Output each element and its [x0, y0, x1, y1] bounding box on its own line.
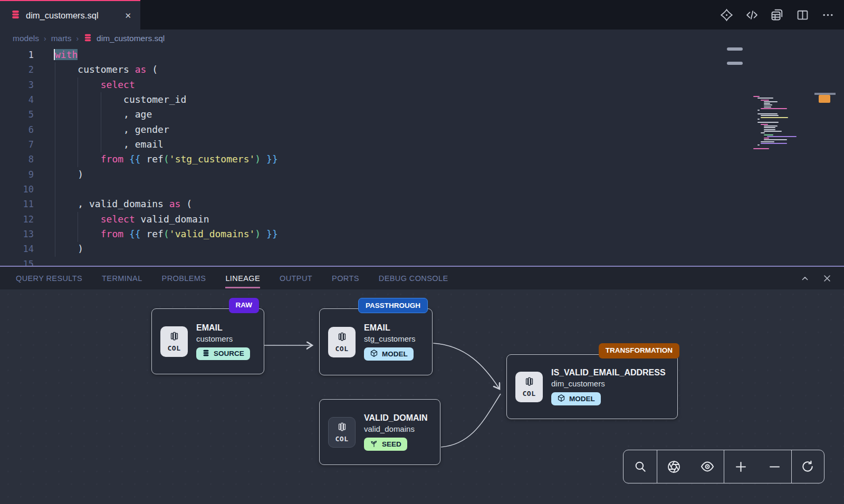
code-line[interactable]: , age — [55, 107, 278, 122]
column-chip: COL — [160, 326, 188, 357]
node-model-name: stg_customers — [364, 334, 416, 343]
breadcrumb: models › marts › dim_customers.sql — [0, 30, 844, 47]
breadcrumb-file[interactable]: dim_customers.sql — [83, 33, 165, 44]
code-line[interactable]: select valid_domain — [55, 212, 278, 227]
breadcrumb-separator: › — [44, 34, 46, 43]
chevron-up-icon[interactable] — [800, 273, 810, 284]
column-chip: COL — [328, 417, 356, 448]
columns-icon — [337, 421, 348, 434]
lineage-node-valid_domains[interactable]: COL VALID_DOMAIN valid_domains SEED — [319, 399, 440, 465]
code-line[interactable]: customers as ( — [55, 62, 278, 77]
editor-actions — [720, 0, 835, 30]
panel-tab-ports[interactable]: PORTS — [332, 267, 359, 289]
node-column-name: EMAIL — [364, 323, 390, 333]
breadcrumb-models[interactable]: models — [13, 34, 39, 43]
code-line[interactable]: customer_id — [55, 92, 278, 107]
editor-tab-bar: dim_customers.sql ✕ — [0, 0, 844, 30]
tab-dim-customers[interactable]: dim_customers.sql ✕ — [0, 0, 140, 30]
node-kind-badge: SEED — [364, 438, 407, 451]
editor-decoration — [727, 47, 743, 51]
panel-tab-debug-console[interactable]: DEBUG CONSOLE — [379, 267, 448, 289]
code-line[interactable]: from {{ ref('stg_customers') }} — [55, 152, 278, 167]
code-line[interactable]: from {{ ref('valid_domains') }} — [55, 227, 278, 241]
seedling-icon — [370, 439, 378, 449]
lineage-node-stg_customers[interactable]: PASSTHROUGH COL EMAIL stg_customers MODE… — [319, 308, 433, 375]
panel-tab-terminal[interactable]: TERMINAL — [102, 267, 142, 289]
dbt-icon[interactable] — [720, 8, 733, 22]
node-column-name: VALID_DOMAIN — [364, 413, 428, 423]
split-editor-icon[interactable] — [795, 8, 809, 22]
lineage-tag-passthrough: PASSTHROUGH — [358, 298, 428, 313]
lineage-node-dim_customers[interactable]: TRANSFORMATION COL IS_VALID_EMAIL_ADDRES… — [506, 354, 678, 419]
code-content[interactable]: with customers as ( select customer_id ,… — [55, 47, 278, 266]
line-numbers: 123456789101112131415 — [0, 47, 34, 266]
code-line[interactable] — [55, 257, 278, 266]
node-kind-badge: SOURCE — [196, 347, 250, 360]
panel-tab-lineage[interactable]: LINEAGE — [225, 267, 260, 289]
breadcrumb-separator: › — [76, 34, 79, 43]
code-line[interactable]: ) — [55, 241, 278, 256]
node-model-name: valid_domains — [364, 424, 415, 433]
ide-window: dim_customers.sql ✕ — [0, 0, 844, 504]
tab-filename: dim_customers.sql — [26, 11, 99, 21]
refresh-icon[interactable] — [796, 455, 819, 478]
panel-tab-query-results[interactable]: QUERY RESULTS — [16, 267, 82, 289]
columns-icon — [337, 331, 348, 344]
code-line[interactable]: , valid_domains as ( — [55, 197, 278, 211]
panel-tab-output[interactable]: OUTPUT — [280, 267, 312, 289]
code-line[interactable]: with — [55, 47, 278, 62]
editor-decoration — [727, 62, 743, 65]
code-line[interactable]: select — [55, 77, 278, 92]
node-column-name: IS_VALID_EMAIL_ADDRESS — [551, 368, 666, 377]
code-editor[interactable]: 123456789101112131415 with customers as … — [0, 47, 844, 266]
scrollbar-marker[interactable] — [819, 95, 830, 103]
cube-icon — [370, 349, 378, 359]
columns-icon — [524, 376, 535, 389]
search-icon[interactable] — [629, 455, 652, 478]
breadcrumb-marts[interactable]: marts — [51, 34, 72, 43]
code-line[interactable] — [55, 182, 278, 197]
node-kind-badge: MODEL — [364, 347, 414, 361]
panel-tabs: QUERY RESULTSTERMINALPROBLEMSLINEAGEOUTP… — [0, 267, 448, 289]
more-actions-icon[interactable] — [821, 8, 835, 22]
lineage-toolbar — [623, 450, 824, 483]
zoom-in-icon[interactable] — [730, 455, 753, 478]
eye-icon[interactable] — [696, 455, 719, 478]
lineage-tag-transformation: TRANSFORMATION — [599, 343, 679, 358]
node-column-name: EMAIL — [196, 323, 223, 333]
column-chip: COL — [515, 372, 543, 402]
close-icon[interactable] — [822, 273, 832, 284]
database-icon — [11, 9, 21, 22]
node-model-name: dim_customers — [551, 379, 605, 388]
code-line[interactable]: , gender — [55, 122, 278, 137]
code-icon[interactable] — [745, 8, 759, 22]
panel-tab-problems[interactable]: PROBLEMS — [162, 267, 206, 289]
database-icon — [83, 33, 92, 44]
code-line[interactable]: , email — [55, 137, 278, 152]
minimap[interactable] — [753, 96, 808, 150]
node-model-name: customers — [196, 334, 233, 343]
lineage-canvas[interactable]: RAW COL EMAIL customers SOURCE PASSTHROU… — [0, 289, 844, 504]
code-line[interactable]: ) — [55, 167, 278, 182]
node-kind-badge: MODEL — [551, 392, 601, 405]
tab-close-icon[interactable]: ✕ — [123, 10, 133, 21]
cube-icon — [557, 394, 565, 404]
database-icon — [202, 349, 210, 358]
lineage-node-customers[interactable]: RAW COL EMAIL customers SOURCE — [151, 308, 264, 374]
table-preview-icon[interactable] — [770, 8, 784, 22]
aperture-icon[interactable] — [663, 455, 686, 478]
panel-header: QUERY RESULTSTERMINALPROBLEMSLINEAGEOUTP… — [0, 267, 844, 289]
lineage-tag-raw: RAW — [229, 298, 260, 313]
columns-icon — [169, 331, 180, 344]
column-chip: COL — [328, 327, 356, 357]
zoom-out-icon[interactable] — [763, 455, 786, 478]
